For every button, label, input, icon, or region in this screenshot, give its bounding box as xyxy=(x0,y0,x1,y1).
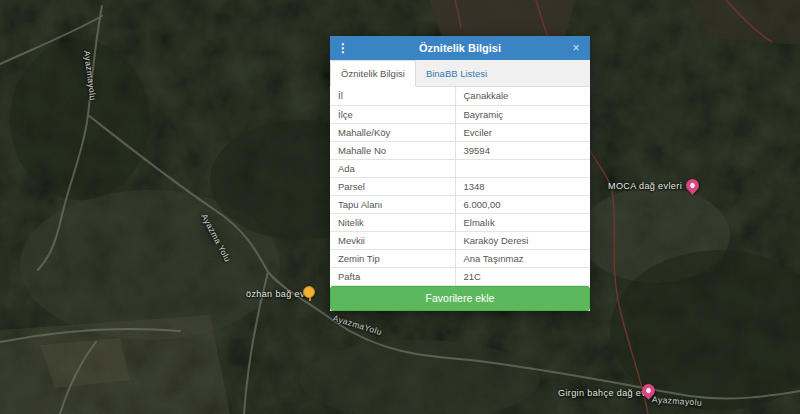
place-label: özhan bağ evi xyxy=(246,289,307,299)
dialog-title: Öznitelik Bilgisi xyxy=(419,42,501,54)
tab-binabb-listesi[interactable]: BinaBB Listesi xyxy=(416,61,497,86)
row-value xyxy=(455,159,590,177)
table-row: Nitelik Elmalık xyxy=(330,213,590,231)
place-label: MOCA dağ evleri xyxy=(608,181,682,191)
row-value: Bayramiç xyxy=(455,105,590,123)
row-value: Çanakkale xyxy=(455,87,590,105)
table-row: Zemin Tip Ana Taşınmaz xyxy=(330,249,590,267)
add-to-favorites-button[interactable]: Favorilere ekle xyxy=(330,286,590,311)
row-value: 21C xyxy=(455,267,590,285)
row-label: Zemin Tip xyxy=(330,249,455,267)
kebab-menu-icon[interactable]: ⋮ xyxy=(336,36,350,60)
row-label: Nitelik xyxy=(330,213,455,231)
row-label: Ada xyxy=(330,159,455,177)
row-value: 39594 xyxy=(455,141,590,159)
close-icon[interactable]: × xyxy=(569,36,583,60)
dialog-tabbar: Öznitelik Bilgisi BinaBB Listesi xyxy=(330,60,590,87)
row-label: Mahalle/Köy xyxy=(330,123,455,141)
row-value: Evciler xyxy=(455,123,590,141)
table-row: Pafta 21C xyxy=(330,267,590,285)
table-row: İl Çanakkale xyxy=(330,87,590,105)
row-value: 6.000,00 xyxy=(455,195,590,213)
row-label: Mevkii xyxy=(330,231,455,249)
row-label: İlçe xyxy=(330,105,455,123)
balloon-marker-icon[interactable] xyxy=(303,286,315,298)
row-label: Tapu Alanı xyxy=(330,195,455,213)
table-row: Parsel 1348 xyxy=(330,177,590,195)
attribute-table: İl Çanakkale İlçe Bayramiç Mahalle/Köy E… xyxy=(330,87,590,286)
table-row: Mahalle/Köy Evciler xyxy=(330,123,590,141)
row-label: İl xyxy=(330,87,455,105)
row-label: Pafta xyxy=(330,267,455,285)
tab-oznitelik-bilgisi[interactable]: Öznitelik Bilgisi xyxy=(330,60,416,87)
app-window: Ayazmayolu Ayazma Yolu AyazmaYolu Ayazma… xyxy=(0,0,800,414)
table-row: İlçe Bayramiç xyxy=(330,105,590,123)
row-label: Parsel xyxy=(330,177,455,195)
table-row: Tapu Alanı 6.000,00 xyxy=(330,195,590,213)
table-row: Ada xyxy=(330,159,590,177)
row-label: Mahalle No xyxy=(330,141,455,159)
place-label: Girgin bahçe dağ evi xyxy=(558,388,649,398)
row-value: 1348 xyxy=(455,177,590,195)
attribute-info-dialog: ⋮ Öznitelik Bilgisi × Öznitelik Bilgisi … xyxy=(330,36,590,311)
row-value: Ana Taşınmaz xyxy=(455,249,590,267)
row-value: Karaköy Deresi xyxy=(455,231,590,249)
row-value: Elmalık xyxy=(455,213,590,231)
table-row: Mevkii Karaköy Deresi xyxy=(330,231,590,249)
dialog-header: ⋮ Öznitelik Bilgisi × xyxy=(330,36,590,60)
table-row: Mahalle No 39594 xyxy=(330,141,590,159)
